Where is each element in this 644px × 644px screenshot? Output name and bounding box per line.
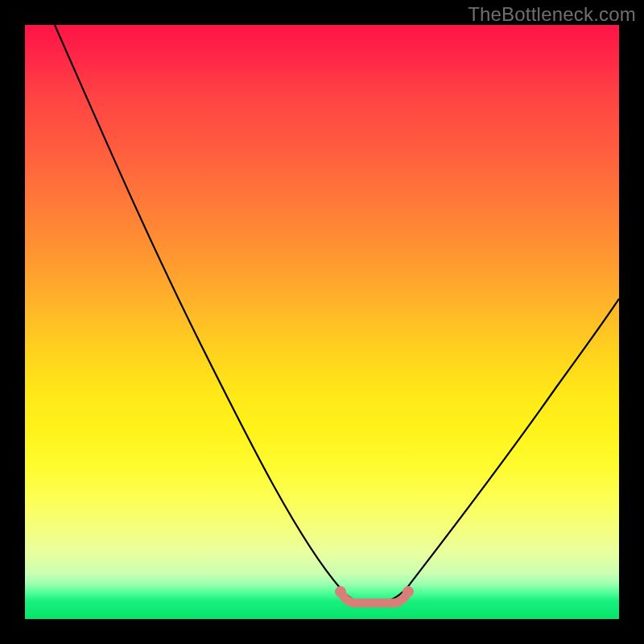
svg-point-1 [403, 587, 414, 597]
bottleneck-curve [55, 25, 619, 603]
chart-frame: TheBottleneck.com [0, 0, 644, 644]
plot-area [25, 25, 619, 619]
chart-overlay-svg [25, 25, 619, 619]
watermark-text: TheBottleneck.com [468, 3, 636, 26]
svg-point-0 [336, 587, 346, 597]
optimum-zone-marker [336, 587, 414, 604]
